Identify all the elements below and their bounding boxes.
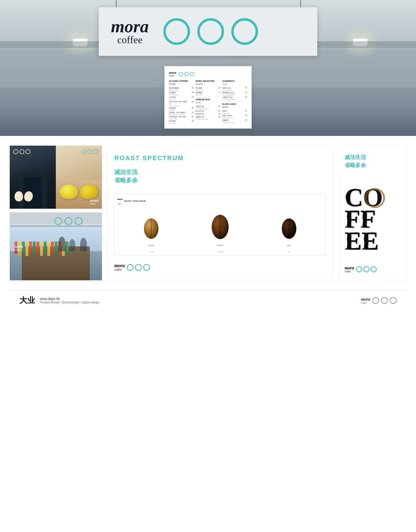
footer-desc: Product Design / Brand design / Space de… [40,301,99,304]
signboard-coffee-text: coffee [111,34,149,46]
photo-coffee-stand: mora coffee [10,212,102,280]
menu-circle-1 [179,72,183,76]
bean-dark: Dark [279,215,299,246]
art-mora: mora [345,266,354,270]
art-circle-2 [363,266,369,272]
art-circle-1 [356,266,362,272]
spectrum-logo: mora coffee [117,197,123,205]
signboard-logo: mora coffee [111,18,149,46]
eggs-display [15,191,33,201]
photo1-circles [13,149,30,154]
menu-circle-2 [184,72,189,76]
coffee-row-ee: E E [345,230,379,253]
letter-e2: E [362,230,379,253]
roast-subtitle-cn: 减法生活 省略多余 [114,168,138,184]
spectrum-page: mora coffee ROAST SPECTRUM [114,194,326,255]
roast-bottom-mora: mora [114,263,125,268]
spectrum-labels: Blonde Medium Dark [117,251,323,253]
menu-col-classic: CLASSIC COFFEE 经典咖啡 双份浓缩咖啡Double espress… [169,80,194,124]
roast-logo-text: mora coffee [114,263,125,272]
bean-medium-label: Medium [209,244,231,246]
lemons-display [60,184,98,199]
bean-light: Blonde [142,215,161,246]
signboard-mora-text: mora [111,18,149,35]
stand-mora: mora [15,245,23,248]
art-circle-3 [371,266,377,272]
footer-left: 大业 www.daye.hk Product Design / Brand de… [19,295,99,306]
footer-url: www.daye.hk [40,297,99,301]
menu-selected-subtitle: Mora精选 [196,83,220,86]
footer-right: mora coffee [361,297,397,304]
menu-cheese-subtitle: 芝士包 [196,101,220,104]
content-grid: mora coffee [10,146,406,280]
menu-juice-subtitle: 慢榨果汁 [222,106,247,108]
art-coffee-sub: coffee [345,270,354,273]
menu-card-logo: mora coffee [169,71,176,77]
photo2-logo: mora coffee [90,199,98,205]
menu-col-selected: MORA SELECTED Mora精选 果汁咖啡Juice coffee22 … [196,80,220,124]
spectrum-page-header: mora coffee ROAST SPECTRUM [117,197,323,205]
menu-circle-3 [190,72,194,76]
person-2 [69,239,75,251]
art-logo-text: mora coffee [345,266,354,273]
art-circles [356,266,377,272]
photo-row-top: mora coffee [10,146,102,209]
signboard-circle-3 [231,18,258,45]
menu-columns: CLASSIC COFFEE 经典咖啡 双份浓缩咖啡Double espress… [169,80,247,124]
signboard-circle-1 [163,18,190,45]
beans-row: Blonde [117,207,323,251]
stand-circles [54,217,83,225]
stand-circle-2 [65,217,72,225]
art-card-bottom-logo: mora coffee [345,266,400,273]
menu-sandwich-title: SANDWICH [222,80,247,82]
hero-section: mora coffee mora coffee CLASSIC [0,0,416,136]
person-3 [80,238,87,251]
menu-col-sandwich: SANDWICH 三文治 培根三文治Bacon sandwich22 香草番茄三… [222,80,247,124]
photo2-coffee: coffee [90,202,98,205]
footer-circle-1 [372,297,379,304]
art-card-cn-title: 减法生活 省略多余 [345,153,400,169]
footer-mora-text: mora [361,297,370,301]
footer-daye-logo: 大业 [19,295,35,306]
menu-card-circles [179,72,194,76]
coffee-art-card: 减法生活 省略多余 C O F [338,146,406,280]
photo-lemons: mora coffee [56,146,102,209]
signboard-circles [163,18,258,45]
footer-mora-logo: mora coffee [361,297,370,304]
footer-circle-3 [390,297,397,304]
stand-coffee-sub: coffee [15,248,23,251]
stand-beam [10,226,102,227]
footer-coffee-sub: coffee [361,301,370,304]
signboard-circle-2 [197,18,224,45]
photo2-circles [81,149,98,154]
roast-bottom-logo: mora coffee [114,258,150,272]
roast-circle-2 [135,264,142,271]
roast-title-en: ROAST SPECTRUM [114,154,184,162]
menu-selected-title: MORA SELECTED [196,80,220,82]
menu-sandwich-subtitle: 三文治 [222,83,247,86]
stand-logo: mora coffee [15,245,23,251]
photo-barista-eggs [10,146,56,209]
footer-info: www.daye.hk Product Design / Brand desig… [40,297,99,304]
roast-bottom-coffee: coffee [114,268,125,272]
menu-card-header: mora coffee [169,71,247,77]
roast-circle-3 [143,264,150,271]
roast-circle-1 [127,264,133,271]
footer-circle-2 [381,297,388,304]
footer: 大业 www.daye.hk Product Design / Brand de… [10,290,406,311]
person-1 [58,237,66,251]
signboard: mora coffee [99,7,317,56]
menu-card: mora coffee CLASSIC COFFEE 经典咖啡 双份浓缩咖啡Do… [164,66,252,129]
bean-dark-label: Dark [279,244,299,246]
menu-juice-title: SLOW JUICE [222,103,247,105]
stand-circle-3 [75,217,83,225]
roast-spectrum-card: ROAST SPECTRUM 减法生活 省略多余 mora coffee ROA… [107,146,333,280]
menu-card-mora: mora [169,71,176,75]
left-photos-column: mora coffee [10,146,102,280]
bean-medium: Medium [209,212,231,246]
footer-circles [372,297,397,304]
roast-bottom-circles [127,264,150,271]
bean-light-label: Blonde [142,244,161,246]
photo2-mora: mora [90,199,98,202]
letter-e1: E [345,230,362,253]
